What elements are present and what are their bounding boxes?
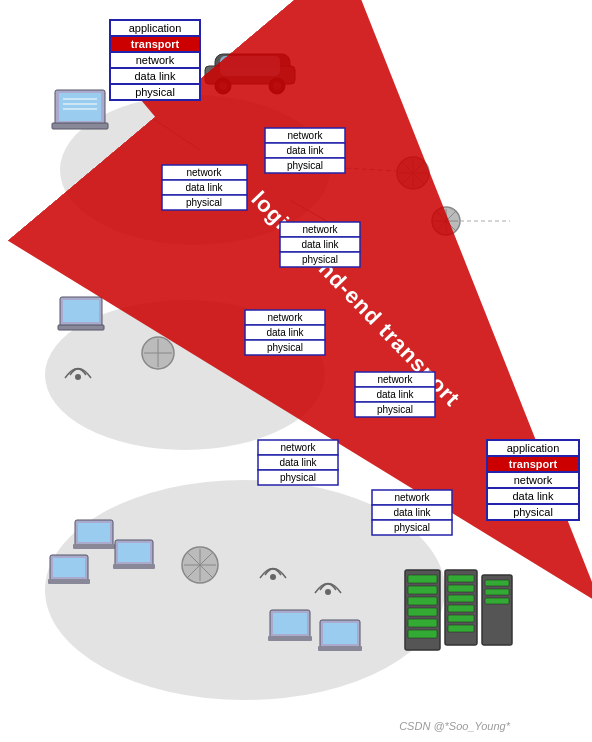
svg-text:physical: physical: [377, 404, 413, 415]
svg-rect-72: [485, 589, 509, 595]
svg-rect-36: [78, 523, 110, 542]
svg-text:application: application: [129, 22, 182, 34]
svg-rect-57: [408, 575, 437, 583]
svg-rect-35: [73, 544, 115, 549]
svg-rect-39: [118, 543, 150, 562]
svg-rect-51: [268, 636, 312, 641]
svg-text:physical: physical: [287, 160, 323, 171]
svg-text:network: network: [136, 54, 175, 66]
svg-rect-68: [448, 615, 474, 622]
svg-text:data link: data link: [393, 507, 431, 518]
svg-point-33: [75, 374, 81, 380]
svg-rect-55: [323, 623, 357, 644]
svg-point-48: [270, 574, 276, 580]
svg-text:data link: data link: [513, 490, 554, 502]
svg-text:network: network: [302, 224, 338, 235]
svg-text:network: network: [394, 492, 430, 503]
svg-text:physical: physical: [186, 197, 222, 208]
svg-text:data link: data link: [286, 145, 324, 156]
svg-rect-54: [318, 646, 362, 651]
svg-rect-69: [448, 625, 474, 632]
svg-rect-64: [448, 575, 474, 582]
svg-text:network: network: [287, 130, 323, 141]
svg-text:physical: physical: [267, 342, 303, 353]
svg-text:physical: physical: [513, 506, 553, 518]
svg-rect-65: [448, 585, 474, 592]
svg-rect-59: [408, 597, 437, 605]
svg-rect-42: [53, 558, 85, 577]
svg-point-13: [219, 82, 227, 90]
svg-rect-62: [408, 630, 437, 638]
watermark-text: CSDN @*Soo_Young*: [399, 720, 511, 732]
svg-text:data link: data link: [266, 327, 304, 338]
svg-rect-38: [113, 564, 155, 569]
svg-text:transport: transport: [509, 458, 558, 470]
svg-text:physical: physical: [302, 254, 338, 265]
svg-point-49: [325, 589, 331, 595]
svg-text:transport: transport: [131, 38, 180, 50]
svg-text:physical: physical: [135, 86, 175, 98]
svg-text:physical: physical: [280, 472, 316, 483]
main-container: logical end-end transport application tr…: [0, 0, 592, 742]
svg-rect-71: [485, 580, 509, 586]
svg-rect-58: [408, 586, 437, 594]
svg-rect-67: [448, 605, 474, 612]
svg-rect-5: [59, 93, 101, 121]
svg-rect-61: [408, 619, 437, 627]
svg-rect-28: [58, 325, 104, 330]
network-diagram: logical end-end transport application tr…: [0, 0, 592, 742]
svg-rect-4: [52, 123, 108, 129]
svg-text:data link: data link: [301, 239, 339, 250]
svg-text:data link: data link: [135, 70, 176, 82]
svg-rect-52: [273, 613, 307, 634]
svg-rect-41: [48, 579, 90, 584]
svg-rect-15: [220, 56, 280, 76]
svg-text:network: network: [267, 312, 303, 323]
svg-text:network: network: [514, 474, 553, 486]
svg-text:network: network: [186, 167, 222, 178]
svg-rect-29: [63, 300, 99, 322]
svg-point-14: [273, 82, 281, 90]
svg-text:application: application: [507, 442, 560, 454]
svg-rect-66: [448, 595, 474, 602]
svg-rect-60: [408, 608, 437, 616]
svg-text:data link: data link: [185, 182, 223, 193]
svg-text:data link: data link: [279, 457, 317, 468]
svg-text:physical: physical: [394, 522, 430, 533]
svg-text:data link: data link: [376, 389, 414, 400]
svg-text:network: network: [377, 374, 413, 385]
svg-rect-73: [485, 598, 509, 604]
svg-text:network: network: [280, 442, 316, 453]
